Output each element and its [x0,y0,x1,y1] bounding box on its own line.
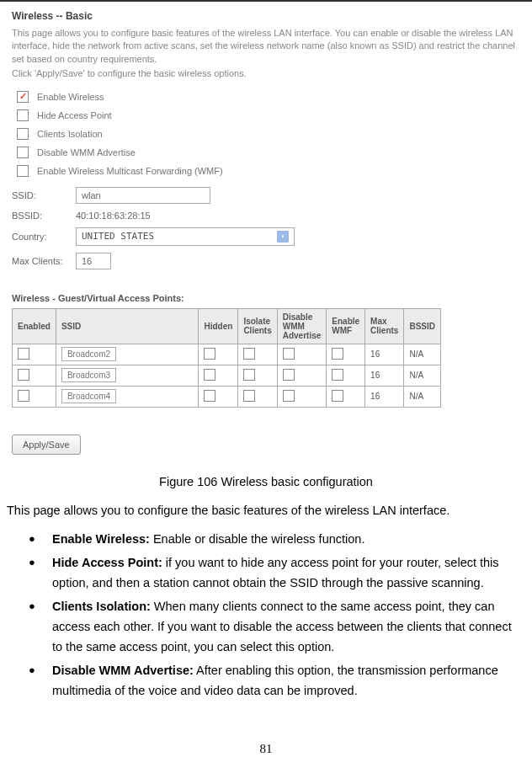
vap-max: 16 [365,344,404,365]
table-row: Broadcom3 16 N/A [13,365,441,386]
max-clients-label: Max Clients: [12,256,69,266]
chevron-down-icon: ▾ [277,231,289,243]
list-item: Hide Access Point: if you want to hide a… [29,553,520,594]
checkbox-row: Enable Wireless Multicast Forwarding (WM… [17,165,520,177]
bssid-value: 40:10:18:63:28:15 [76,211,151,221]
checkbox[interactable] [332,348,343,360]
th-hidden: Hidden [199,308,238,344]
checkbox[interactable]: ✓ [17,91,29,103]
checkbox-row: Clients Isolation [17,128,520,140]
vap-title: Wireless - Guest/Virtual Access Points: [12,293,520,303]
checkbox-label: Enable Wireless [37,92,104,102]
checkbox-label: Hide Access Point [37,110,112,120]
ssid-label: SSID: [12,190,69,200]
item-body: Enable or disable the wireless function. [150,532,365,546]
ssid-row: SSID: wlan [12,187,520,204]
country-select[interactable]: UNITED STATES ▾ [76,227,295,246]
checkbox[interactable] [204,390,215,402]
intro-text: This page allows you to configure the ba… [7,502,524,520]
item-title: Clients Isolation: [52,600,151,613]
checkbox-row: Hide Access Point [17,109,520,121]
bssid-row: BSSID: 40:10:18:63:28:15 [12,211,520,221]
checkbox[interactable] [18,369,29,381]
checkbox[interactable] [243,369,255,381]
th-enable-wmf: Enable WMF [327,308,365,344]
checkbox-label: Disable WMM Advertise [37,147,136,157]
panel-title: Wireless -- Basic [12,10,520,22]
th-max: Max Clients [365,308,404,344]
apply-save-button[interactable]: Apply/Save [12,435,81,455]
checkbox[interactable] [332,390,343,402]
checkbox[interactable] [18,348,29,360]
panel-desc-2: Click 'Apply/Save' to configure the basi… [12,67,520,80]
vap-ssid-input[interactable]: Broadcom3 [61,368,116,382]
vap-table: Enabled SSID Hidden Isolate Clients Disa… [12,308,441,408]
checkbox[interactable] [17,109,29,121]
checkbox[interactable] [332,369,343,381]
checkbox[interactable] [17,128,29,140]
vap-ssid-input[interactable]: Broadcom2 [61,347,116,361]
table-header-row: Enabled SSID Hidden Isolate Clients Disa… [13,308,441,344]
th-disable-wmm: Disable WMM Advertise [277,308,327,344]
feature-list: Enable Wireless: Enable or disable the w… [29,530,520,701]
checkbox-row: Disable WMM Advertise [17,147,520,158]
table-row: Broadcom2 16 N/A [13,344,441,365]
figure-caption: Figure 106 Wireless basic configuration [0,475,532,488]
checkbox-list: ✓ Enable Wireless Hide Access Point Clie… [17,91,520,177]
checkbox-row: ✓ Enable Wireless [17,91,520,103]
vap-max: 16 [365,386,404,407]
item-title: Enable Wireless: [52,532,150,546]
list-item: Enable Wireless: Enable or disable the w… [29,530,520,550]
list-item: Disable WMM Advertise: After enabling th… [29,661,520,701]
country-row: Country: UNITED STATES ▾ [12,227,520,246]
panel-desc-1: This page allows you to configure basic … [12,27,520,66]
table-row: Broadcom4 16 N/A [13,386,441,407]
item-title: Hide Access Point: [52,556,162,569]
checkbox[interactable] [204,348,215,360]
checkbox[interactable] [283,390,295,402]
vap-ssid-input[interactable]: Broadcom4 [61,389,116,403]
page-number: 81 [0,742,532,756]
vap-bssid: N/A [404,386,441,407]
checkbox-label: Clients Isolation [37,129,103,139]
checkbox[interactable] [17,147,29,158]
country-value: UNITED STATES [82,231,154,242]
checkbox[interactable] [243,390,255,402]
th-enabled: Enabled [13,308,56,344]
ssid-input[interactable]: wlan [76,187,210,204]
vap-bssid: N/A [404,344,441,365]
vap-bssid: N/A [404,365,441,386]
checkbox-label: Enable Wireless Multicast Forwarding (WM… [37,166,223,176]
country-label: Country: [12,232,69,242]
max-clients-input[interactable]: 16 [76,253,111,269]
th-bssid: BSSID [404,308,441,344]
th-isolate: Isolate Clients [238,308,277,344]
item-title: Disable WMM Advertise: [52,664,194,677]
th-ssid: SSID [56,308,199,344]
max-clients-row: Max Clients: 16 [12,253,520,269]
checkbox[interactable] [204,369,215,381]
checkbox[interactable] [283,348,295,360]
checkbox[interactable] [17,165,29,177]
vap-max: 16 [365,365,404,386]
router-screenshot: Wireless -- Basic This page allows you t… [0,0,532,467]
checkbox[interactable] [243,348,255,360]
list-item: Clients Isolation: When many clients con… [29,597,520,658]
checkbox[interactable] [18,390,29,402]
checkbox[interactable] [283,369,295,381]
bssid-label: BSSID: [12,211,69,221]
